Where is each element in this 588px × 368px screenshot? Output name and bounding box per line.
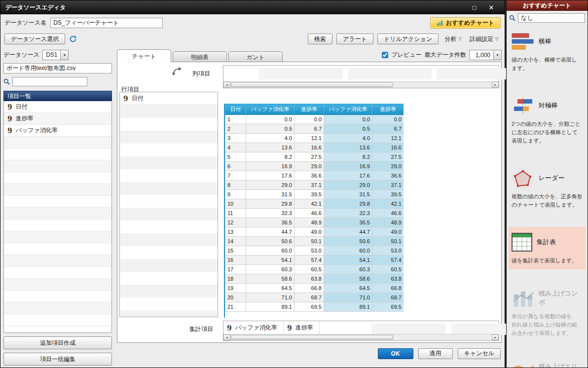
value-cell: 44.7 (246, 227, 294, 237)
field-list: 9日付9進捗率9バッファ消化率 (3, 101, 112, 333)
numeric-type-icon: 9 (227, 325, 232, 331)
scrollbar-track[interactable] (230, 334, 492, 340)
chart-option-radar[interactable]: レーダー複数の値の大小を、正多角形のチャートで表現します。 (509, 163, 586, 214)
row-drop-zone[interactable]: 9日付 (119, 92, 218, 317)
column-header[interactable]: バッファ消化率 (324, 104, 372, 115)
value-cell: 32.3 (246, 209, 294, 218)
value-cell: 29.0 (294, 162, 324, 171)
value-cell: 29.0 (324, 181, 372, 190)
advanced-settings-dropdown[interactable]: 詳細設定 ▽ (468, 34, 501, 44)
chart-option-head: 集計表 (512, 230, 583, 254)
field-list-item[interactable]: 9日付 (4, 101, 111, 113)
field-list-empty-row (4, 267, 111, 279)
value-cell: 71.0 (324, 293, 372, 302)
value-cell: 66.8 (294, 284, 324, 293)
chart-option-pivot-table[interactable]: 集計表値を集計表で表現します。 (509, 227, 586, 269)
table-body: 10.00.00.00.020.56.70.56.734.012.14.012.… (225, 115, 404, 312)
cancel-button[interactable]: キャンセル (458, 348, 501, 359)
horizontal-scrollbar[interactable]: ◄ ► (223, 81, 499, 88)
field-list-item[interactable]: 9進捗率 (4, 113, 111, 125)
refresh-icon[interactable] (69, 35, 77, 43)
value-cell: 29.0 (372, 162, 404, 171)
analysis-dropdown[interactable]: 分析 ▽ (442, 34, 464, 44)
alert-button[interactable]: アラート (336, 34, 373, 44)
value-cell: 60.3 (324, 265, 372, 274)
chart-filter-input[interactable] (518, 13, 585, 23)
ok-button[interactable]: OK (378, 348, 413, 359)
column-header[interactable]: 進捗率 (372, 104, 404, 115)
table-row: 1964.566.864.566.8 (225, 284, 404, 293)
chart-option-head: 積み上げコンボ (512, 286, 583, 310)
chart-option-hbar[interactable]: 横棒値の大小を、横棒で表現します。 (509, 26, 586, 77)
tab-details[interactable]: 明細表 (173, 51, 227, 62)
value-cell: 50.1 (294, 237, 324, 246)
value-cell: 12.1 (372, 134, 404, 143)
editor-body: データソース DS1 ▼ 項目一覧 9日付9進捗率9バッファ消化率 追加項目作成 (0, 47, 505, 368)
datasource-name-input[interactable] (50, 18, 163, 28)
add-field-button[interactable]: 追加項目作成 (3, 336, 112, 349)
column-header[interactable]: 日付 (225, 104, 246, 115)
column-drop-zone[interactable]: ◄ ► (223, 65, 499, 88)
bulk-edit-button[interactable]: 項目一括編集 (3, 353, 112, 366)
field-list-empty-row (4, 243, 111, 255)
chart-option-stacked-area[interactable]: 積み上げエリア値の変化や推移を、積み上げ折れ線で表現します。 (509, 356, 586, 368)
scrollbar-thumb[interactable] (231, 82, 393, 87)
chart-option-list: 横棒値の大小を、横棒で表現します。対極棒2つの値の大小を、分類ごとに左右にのびる… (507, 25, 588, 368)
aggregate-field-chip[interactable]: 9進捗率 (284, 321, 320, 334)
scroll-right-button[interactable]: ► (492, 82, 499, 88)
search-button[interactable]: 検索 (308, 34, 332, 44)
max-rows-value: 1,000 (470, 50, 493, 60)
scrollbar-track[interactable] (230, 82, 492, 88)
dialog-footer: OK 適用 キャンセル (117, 343, 502, 361)
scroll-right-button[interactable]: ► (492, 334, 499, 340)
field-list-item[interactable]: 9バッファ消化率 (4, 125, 111, 137)
chart-option-stacked-combo[interactable]: 積み上げコンボ単位が異なる複数の値を、折れ線と積み上げ縦棒の組み合わせで表現しま… (509, 283, 586, 342)
search-icon (3, 78, 10, 85)
tab-strip: チャート明細表ガント (117, 49, 284, 62)
column-header[interactable]: 進捗率 (294, 104, 324, 115)
row-label-cell: 9 (225, 190, 246, 199)
value-cell: 42.1 (294, 199, 324, 209)
field-list-header: 項目一覧 (3, 91, 112, 101)
field-list-empty-row (4, 208, 111, 220)
table-row: 1450.650.150.650.1 (225, 237, 404, 246)
drill-action-button[interactable]: ドリルアクション (377, 34, 439, 44)
scroll-left-button[interactable]: ◄ (223, 82, 230, 88)
recommend-chart-button[interactable]: おすすめチャート (430, 17, 501, 29)
aggregate-field-chip[interactable]: 9バッファ消化率 (223, 321, 284, 334)
row-label-cell: 1 (225, 115, 246, 124)
datasource-combo[interactable]: DS1 ▼ (42, 50, 69, 60)
max-rows-combo[interactable]: 1,000 ▼ (469, 50, 502, 60)
value-cell: 50.6 (324, 237, 372, 246)
scroll-left-button[interactable]: ◄ (223, 334, 230, 340)
row-label-cell: 17 (225, 265, 246, 274)
row-label-cell: 3 (225, 134, 246, 143)
apply-button[interactable]: 適用 (418, 348, 453, 359)
maximize-button[interactable]: □ (470, 4, 479, 11)
value-cell: 48.9 (372, 218, 404, 227)
column-header[interactable]: バッファ消化率 (246, 104, 294, 115)
scrollbar-thumb[interactable] (231, 335, 393, 340)
chart-option-diverging-bar[interactable]: 対極棒2つの値の大小を、分類ごとに左右にのびる横棒として表現します。 (509, 90, 586, 149)
value-cell: 12.1 (294, 134, 324, 143)
titlebar: データソースエディタ □ ✕ (0, 0, 505, 14)
combo-arrow-icon[interactable]: ▼ (60, 50, 68, 60)
chart-option-name: 横棒 (539, 37, 551, 46)
close-button[interactable]: ✕ (487, 4, 496, 11)
swap-axes-icon[interactable] (172, 67, 183, 78)
horizontal-scrollbar[interactable]: ◄ ► (223, 334, 499, 340)
table-header-row: 日付バッファ消化率進捗率バッファ消化率進捗率 (225, 104, 404, 115)
aggregate-drop-zone[interactable]: 9バッファ消化率9進捗率 ◄ ► (223, 321, 499, 341)
row-field-chip[interactable]: 9日付 (120, 92, 218, 105)
row-label-cell: 16 (225, 256, 246, 265)
combo-arrow-icon[interactable]: ▼ (493, 50, 501, 60)
value-cell: 58.6 (324, 274, 372, 284)
tab-chart[interactable]: チャート (117, 49, 171, 62)
stacked-combo-chart-icon (512, 289, 534, 307)
field-search-input[interactable] (12, 77, 87, 86)
datasource-select-button[interactable]: データソース選択 (4, 34, 65, 44)
value-cell: 16.6 (372, 143, 404, 152)
file-path-input[interactable] (3, 63, 112, 74)
tab-gantt[interactable]: ガント (228, 51, 283, 62)
preview-checkbox[interactable] (382, 52, 388, 58)
